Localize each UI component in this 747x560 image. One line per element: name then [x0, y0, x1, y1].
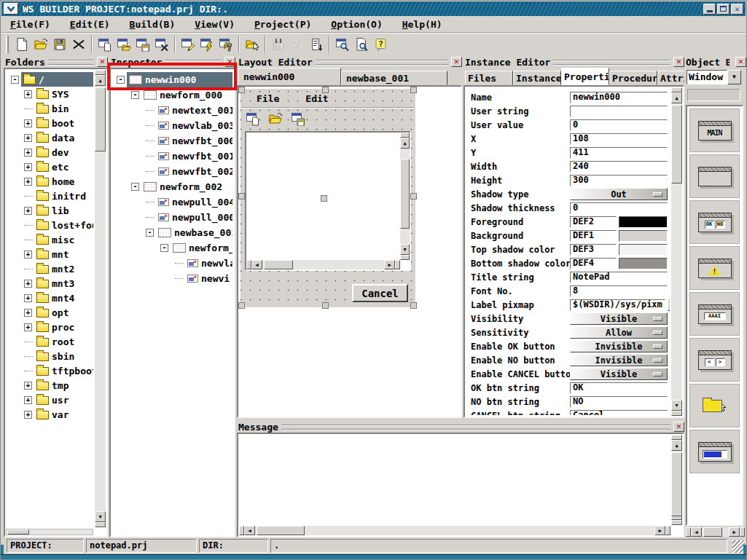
tab-procedur[interactable]: Procedur: [609, 71, 657, 85]
menu-item-build[interactable]: Build(B): [130, 19, 176, 30]
tree-item-newpull000[interactable]: newpull_000: [112, 210, 232, 225]
design-open-folder-button[interactable]: [267, 110, 284, 127]
tab-files[interactable]: Files: [465, 71, 513, 85]
scrollbar-endcap[interactable]: [239, 526, 244, 535]
expand-icon[interactable]: +: [24, 396, 32, 404]
selection-handle[interactable]: [322, 87, 329, 93]
property-text-field[interactable]: DEF1: [570, 230, 617, 242]
scroll-up-button[interactable]: ▲: [671, 440, 682, 451]
expand-icon[interactable]: +: [24, 309, 32, 317]
scrollbar-thumb[interactable]: [7, 529, 29, 535]
scroll-right-button[interactable]: ▶: [729, 527, 740, 537]
tree-item-newform000[interactable]: -newform_000: [112, 87, 232, 103]
expand-icon[interactable]: +: [24, 411, 32, 419]
selection-handle[interactable]: [410, 87, 417, 93]
scrollbar-endcap[interactable]: [95, 70, 106, 75]
scroll-down-button[interactable]: ▼: [400, 244, 410, 255]
tree-item-[interactable]: -/: [7, 72, 93, 87]
scrollbar-endcap[interactable]: [686, 527, 691, 537]
message-close-button[interactable]: ✕: [673, 422, 684, 432]
inspector-close-button[interactable]: ✕: [224, 57, 235, 67]
property-text-field[interactable]: Cancel: [570, 410, 668, 416]
property-text-field[interactable]: newwin000: [570, 92, 668, 103]
scrollbar-track[interactable]: [400, 149, 410, 244]
property-text-field[interactable]: NotePad: [570, 272, 668, 283]
collapse-icon[interactable]: -: [160, 244, 168, 252]
expand-icon[interactable]: +: [24, 382, 32, 390]
tree-item-sys[interactable]: +SYS: [7, 87, 93, 101]
selection-handle[interactable]: [322, 302, 329, 309]
folder-pointer-button[interactable]: [243, 35, 262, 54]
scroll-left-button[interactable]: ◀: [244, 526, 255, 535]
property-text-field[interactable]: DEF4: [570, 258, 617, 269]
property-text-field[interactable]: DEF3: [570, 244, 617, 256]
tab-attribut[interactable]: Attribut: [657, 71, 684, 85]
object-box-close-button[interactable]: ✕: [735, 57, 746, 67]
property-option-menu[interactable]: Invisible: [570, 354, 668, 366]
system-menu-button[interactable]: [4, 3, 18, 15]
expand-icon[interactable]: +: [24, 280, 32, 288]
scrollbar-endcap[interactable]: [671, 435, 682, 440]
maximize-button[interactable]: [717, 4, 730, 15]
input-dialog-widget-button[interactable]: AAAI: [698, 304, 732, 324]
property-text-field[interactable]: 411: [570, 147, 668, 159]
minimize-button[interactable]: [703, 4, 716, 15]
browse-button[interactable]: ..: [668, 299, 670, 311]
scroll-right-button[interactable]: ▶: [654, 526, 665, 535]
expand-icon[interactable]: +: [24, 323, 32, 331]
tree-item-data[interactable]: +data: [7, 130, 93, 145]
dropdown-arrow-icon[interactable]: ▼: [727, 70, 741, 84]
new-file-button[interactable]: [12, 35, 31, 54]
vertical-scrollbar[interactable]: ▲▼: [671, 87, 682, 416]
tree-item-newvla[interactable]: newvla: [112, 256, 232, 271]
property-text-field[interactable]: DEF2: [570, 216, 617, 228]
scrollbar-endcap[interactable]: [400, 255, 410, 260]
menu-item-view[interactable]: View(V): [195, 19, 235, 30]
vertical-scrollbar[interactable]: ▲▼: [400, 133, 410, 260]
design-form[interactable]: FileEdit ▲▼◀▶ Cancel: [240, 89, 415, 307]
expand-icon[interactable]: +: [24, 119, 32, 127]
progress-dialog-widget-button[interactable]: [698, 442, 732, 462]
tree-item-newvi[interactable]: newvi: [112, 271, 232, 286]
scrollbar-track[interactable]: [262, 260, 384, 269]
message-dialog-widget-button[interactable]: OKNO: [698, 213, 732, 232]
scroll-down-button[interactable]: ▼: [671, 400, 682, 411]
window-open-button[interactable]: [114, 35, 133, 54]
expand-icon[interactable]: +: [24, 178, 32, 186]
vertical-scrollbar[interactable]: ▲▼: [671, 435, 682, 525]
selection-handle[interactable]: [238, 193, 245, 200]
tree-item-tftpboot[interactable]: tftpboot: [7, 363, 93, 378]
menu-item-project[interactable]: Project(P): [254, 19, 311, 30]
property-text-field[interactable]: OK: [570, 382, 668, 394]
tree-item-mnt2[interactable]: mnt2: [7, 261, 93, 276]
horizontal-scrollbar[interactable]: ◀▶: [246, 260, 400, 269]
scrollbar-track[interactable]: [671, 103, 682, 400]
scrollbar-thumb[interactable]: [703, 527, 722, 537]
tab-newbase001[interactable]: newbase_001: [341, 71, 447, 85]
main-window-widget-button[interactable]: MAIN: [698, 121, 732, 141]
property-text-field[interactable]: $(WSDIR)/sys/pixm: [570, 299, 665, 311]
toolbar-grip[interactable]: [6, 36, 9, 53]
delete-cross-button[interactable]: [69, 35, 88, 54]
design-menu-file[interactable]: File: [257, 93, 279, 104]
design-textarea[interactable]: ▲▼◀▶: [245, 131, 411, 271]
tree-item-newvfbt001[interactable]: newvfbt_001: [112, 149, 232, 164]
scroll-up-button[interactable]: ▲: [671, 92, 682, 103]
tree-item-newvfbt002[interactable]: newvfbt_002: [112, 164, 232, 179]
color-swatch[interactable]: [619, 258, 668, 269]
property-option-menu[interactable]: Invisible: [570, 340, 668, 352]
collapse-icon[interactable]: -: [117, 76, 125, 84]
scrollbar-thumb[interactable]: [95, 87, 106, 151]
widget-category-dropdown[interactable]: Window ▼: [687, 70, 741, 84]
scrollbar-endcap[interactable]: [400, 133, 410, 138]
design-canvas[interactable]: FileEdit ▲▼◀▶ Cancel: [237, 85, 462, 418]
tree-item-proc[interactable]: +proc: [7, 320, 93, 334]
property-option-menu[interactable]: Allow: [570, 326, 668, 339]
scrollbar-endcap[interactable]: [246, 260, 251, 269]
property-text-field[interactable]: [570, 106, 668, 117]
tab-newwin000[interactable]: newwin000: [238, 68, 341, 85]
property-text-field[interactable]: 300: [570, 175, 668, 186]
tree-item-mnt3[interactable]: +mnt3: [7, 276, 93, 291]
tree-item-var[interactable]: +var: [7, 407, 93, 422]
tree-item-newpull004[interactable]: newpull_004: [112, 194, 232, 210]
